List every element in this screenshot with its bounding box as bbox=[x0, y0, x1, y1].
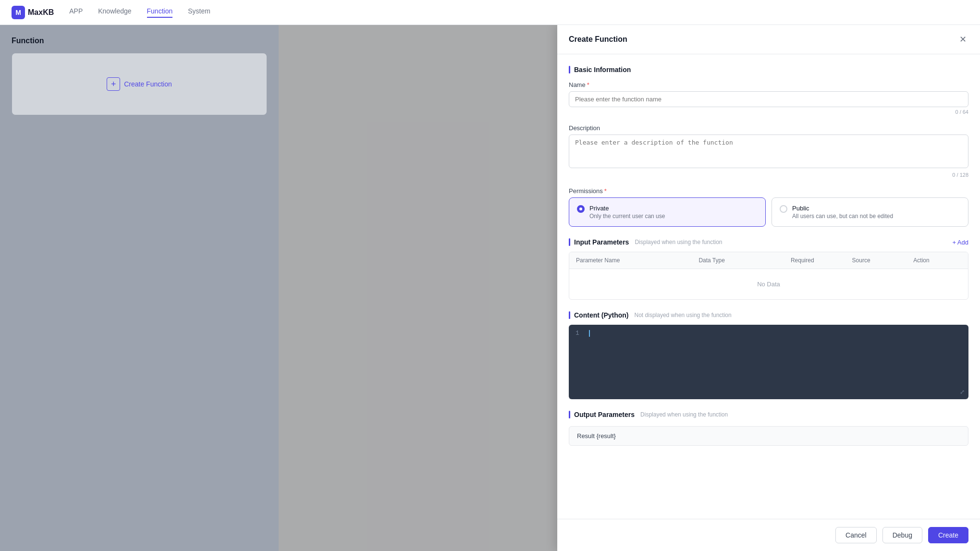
permissions-field-group: Permissions * Private Only the current u… bbox=[569, 187, 968, 227]
output-params-subtitle: Displayed when using the function bbox=[640, 411, 728, 418]
name-char-count: 0 / 64 bbox=[569, 109, 968, 115]
params-table-header: Parameter Name Data Type Required Source… bbox=[569, 252, 968, 269]
name-input[interactable] bbox=[569, 91, 968, 107]
permissions-required: * bbox=[604, 187, 607, 195]
output-params-box: Result {result} bbox=[569, 426, 968, 446]
permissions-label: Permissions * bbox=[569, 187, 968, 195]
create-card-label: Create Function bbox=[124, 80, 172, 88]
input-params-header: Input Parameters Displayed when using th… bbox=[569, 238, 968, 246]
content-section-header: Content (Python) Not displayed when usin… bbox=[569, 311, 968, 319]
description-field-group: Description 0 / 128 bbox=[569, 124, 968, 178]
dialog-header: Create Function ✕ bbox=[557, 25, 980, 54]
name-input-wrapper: 0 / 64 bbox=[569, 91, 968, 115]
line-numbers: 1 bbox=[576, 330, 583, 394]
content-subtitle: Not displayed when using the function bbox=[635, 312, 732, 318]
close-button[interactable]: ✕ bbox=[957, 34, 968, 45]
dialog: Create Function ✕ Basic Information Name… bbox=[557, 25, 980, 551]
logo: M MaxKB bbox=[12, 6, 54, 19]
left-panel: Function + Create Function bbox=[0, 25, 279, 551]
create-card[interactable]: + Create Function bbox=[12, 53, 267, 115]
content-section-title: Content (Python) Not displayed when usin… bbox=[569, 311, 968, 319]
code-cursor bbox=[589, 330, 590, 337]
dialog-title: Create Function bbox=[569, 35, 627, 44]
col-required: Required bbox=[784, 252, 845, 269]
logo-icon: M bbox=[12, 6, 25, 19]
nav-item-function[interactable]: Function bbox=[147, 7, 173, 18]
cancel-button[interactable]: Cancel bbox=[835, 527, 877, 543]
radio-public bbox=[780, 205, 787, 213]
permission-private[interactable]: Private Only the current user can use bbox=[569, 197, 766, 227]
col-action: Action bbox=[906, 252, 968, 269]
permission-private-label: Private bbox=[589, 205, 665, 212]
desc-label: Description bbox=[569, 124, 968, 132]
right-panel: Create Function ✕ Basic Information Name… bbox=[279, 25, 980, 551]
permission-private-info: Private Only the current user can use bbox=[589, 205, 665, 220]
name-label: Name * bbox=[569, 81, 968, 88]
col-data-type: Data Type bbox=[692, 252, 784, 269]
nav-item-knowledge[interactable]: Knowledge bbox=[98, 7, 131, 18]
dialog-body: Basic Information Name * 0 / 64 Descript… bbox=[557, 54, 980, 519]
params-table: Parameter Name Data Type Required Source… bbox=[569, 252, 968, 300]
permission-public-info: Public All users can use, but can not be… bbox=[792, 205, 893, 220]
radio-private bbox=[577, 205, 585, 213]
debug-button[interactable]: Debug bbox=[882, 527, 922, 543]
params-no-data: No Data bbox=[569, 269, 968, 299]
permission-private-desc: Only the current user can use bbox=[589, 213, 665, 220]
col-param-name: Parameter Name bbox=[569, 252, 692, 269]
description-input[interactable] bbox=[569, 135, 968, 168]
create-card-inner: + Create Function bbox=[107, 77, 172, 91]
permissions-row: Private Only the current user can use Pu… bbox=[569, 197, 968, 227]
add-parameter-button[interactable]: + Add bbox=[952, 239, 968, 246]
permission-public-desc: All users can use, but can not be edited bbox=[792, 213, 893, 220]
plus-icon: + bbox=[107, 77, 120, 91]
permission-public-label: Public bbox=[792, 205, 893, 212]
code-content bbox=[589, 330, 962, 394]
nav-items: APP Knowledge Function System bbox=[69, 7, 210, 18]
desc-char-count: 0 / 128 bbox=[569, 172, 968, 178]
name-field-group: Name * 0 / 64 bbox=[569, 81, 968, 115]
page-title: Function bbox=[12, 37, 267, 45]
name-required: * bbox=[587, 81, 589, 88]
input-params-title: Input Parameters Displayed when using th… bbox=[569, 238, 723, 246]
dialog-footer: Cancel Debug Create bbox=[557, 519, 980, 551]
permission-public[interactable]: Public All users can use, but can not be… bbox=[772, 197, 968, 227]
col-source: Source bbox=[845, 252, 907, 269]
expand-icon[interactable]: ⤢ bbox=[960, 389, 965, 395]
code-editor[interactable]: 1 ⤢ bbox=[569, 325, 968, 399]
nav-item-system[interactable]: System bbox=[188, 7, 210, 18]
output-params-section-title: Output Parameters Displayed when using t… bbox=[569, 411, 968, 418]
main-layout: Function + Create Function Create Functi… bbox=[0, 25, 980, 551]
topnav: M MaxKB APP Knowledge Function System bbox=[0, 0, 980, 25]
create-button[interactable]: Create bbox=[928, 527, 968, 543]
basic-info-section-title: Basic Information bbox=[569, 66, 968, 73]
logo-text: MaxKB bbox=[28, 8, 54, 17]
input-params-subtitle: Displayed when using the function bbox=[635, 239, 722, 245]
nav-item-app[interactable]: APP bbox=[69, 7, 83, 18]
